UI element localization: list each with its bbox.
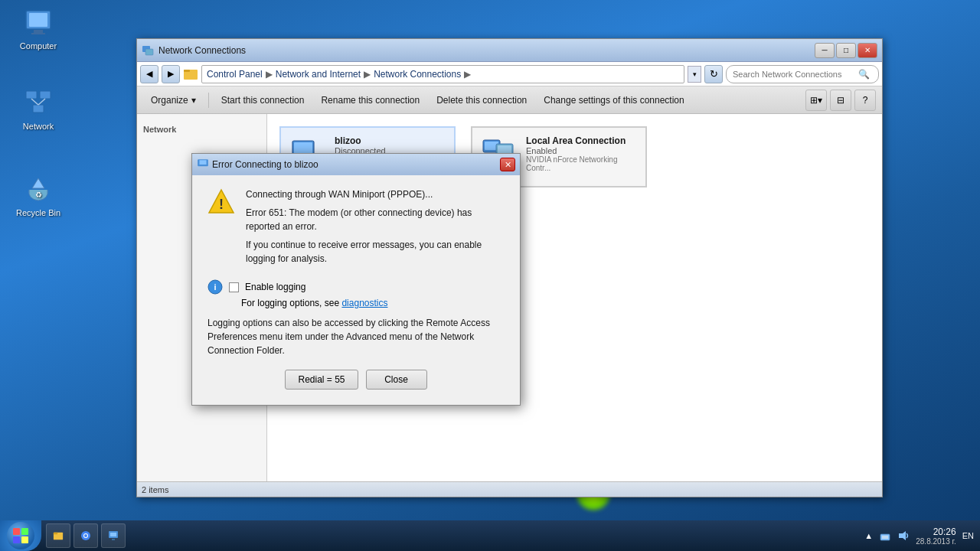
clock-time: 20:26 xyxy=(916,527,956,537)
taskbar-explorer-btn[interactable] xyxy=(46,523,70,548)
language-indicator: EN xyxy=(962,531,974,540)
logging-hint-row: For logging options, see diagnostics xyxy=(241,298,505,308)
svg-rect-38 xyxy=(13,536,20,543)
taskbar-items xyxy=(41,520,858,551)
dialog-line1: Connecting through WAN Miniport (PPPOE).… xyxy=(246,187,505,201)
dialog-line2: Error 651: The modem (or other connectin… xyxy=(246,206,505,233)
clock-date: 28.8.2013 г. xyxy=(916,537,956,546)
svg-rect-46 xyxy=(110,533,116,536)
warning-icon: ! xyxy=(207,187,235,215)
svg-rect-37 xyxy=(21,528,28,535)
logging-hint-text: For logging options, see xyxy=(241,298,339,308)
diagnostics-link[interactable]: diagnostics xyxy=(341,298,387,308)
dialog-main-text: Connecting through WAN Miniport (PPPOE).… xyxy=(246,187,505,270)
error-dialog: Error Connecting to blizoo ✕ ! Connectin… xyxy=(191,153,521,406)
network-tray-icon xyxy=(879,530,891,542)
sound-tray-icon xyxy=(897,530,910,542)
taskbar-chrome-btn[interactable] xyxy=(74,523,98,548)
dialog-title: Error Connecting to blizoo xyxy=(212,159,497,170)
svg-rect-49 xyxy=(882,536,888,539)
dialog-body: ! Connecting through WAN Miniport (PPPOE… xyxy=(192,175,520,405)
svg-rect-41 xyxy=(54,533,57,535)
logging-icon: i xyxy=(207,279,223,295)
svg-rect-47 xyxy=(112,539,115,540)
enable-logging-label: Enable logging xyxy=(245,282,305,292)
dialog-title-icon xyxy=(197,158,209,171)
dialog-footer-text: Logging options can also be accessed by … xyxy=(207,316,505,357)
windows-logo-icon xyxy=(12,527,29,544)
taskbar: ▲ 20:26 28.8.2013 г. EN xyxy=(0,520,980,551)
redial-button[interactable]: Redial = 55 xyxy=(285,370,358,390)
enable-logging-checkbox[interactable] xyxy=(229,282,239,292)
svg-rect-36 xyxy=(13,528,20,535)
taskbar-display-btn[interactable] xyxy=(101,523,126,548)
dialog-logging-row: i Enable logging xyxy=(207,279,505,295)
svg-rect-31 xyxy=(199,160,206,165)
start-button[interactable] xyxy=(0,520,41,551)
dialog-close-button[interactable]: ✕ xyxy=(500,158,515,171)
dialog-overlay: Error Connecting to blizoo ✕ ! Connectin… xyxy=(0,0,980,551)
svg-marker-50 xyxy=(899,531,906,540)
dialog-title-bar: Error Connecting to blizoo ✕ xyxy=(192,154,520,175)
dialog-line3: If you continue to receive error message… xyxy=(246,238,505,266)
taskbar-chrome-icon xyxy=(80,530,91,541)
dialog-main-row: ! Connecting through WAN Miniport (PPPOE… xyxy=(207,187,505,270)
taskbar-clock: 20:26 28.8.2013 г. xyxy=(916,527,956,546)
close-dialog-button[interactable]: Close xyxy=(366,370,427,390)
tray-arrow[interactable]: ▲ xyxy=(864,531,873,540)
taskbar-display-icon xyxy=(108,530,119,541)
dialog-buttons: Redial = 55 Close xyxy=(207,370,505,393)
desktop: Computer Network ♻ Recycle Bin Network C… xyxy=(0,0,980,551)
svg-point-44 xyxy=(84,534,87,537)
svg-text:i: i xyxy=(214,282,216,292)
svg-rect-39 xyxy=(21,536,28,543)
svg-text:!: ! xyxy=(219,197,224,212)
taskbar-folder-icon xyxy=(53,530,64,541)
taskbar-tray: ▲ 20:26 28.8.2013 г. EN xyxy=(858,520,980,551)
start-orb xyxy=(7,522,34,549)
